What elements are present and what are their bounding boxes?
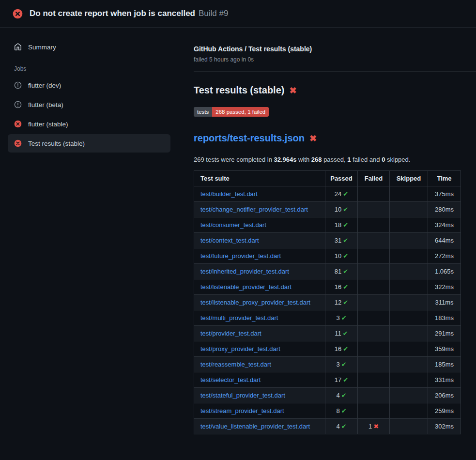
table-row: test/proxy_provider_test.dart16✔359ms [194, 341, 461, 357]
header-time: Time [428, 171, 461, 186]
test-suite-link[interactable]: test/listenable_provider_test.dart [200, 283, 292, 291]
passed-cell-value: 12 [335, 299, 341, 306]
test-suite-link[interactable]: test/consumer_test.dart [200, 221, 266, 229]
suite-cell: test/context_test.dart [194, 233, 325, 248]
failed-cell [358, 264, 390, 279]
table-row: test/inherited_provider_test.dart81✔1.06… [194, 264, 461, 279]
check-icon: ✔ [343, 299, 348, 306]
failed-cell [358, 186, 390, 202]
suite-cell: test/consumer_test.dart [194, 217, 325, 233]
time-cell: 291ms [428, 326, 461, 341]
suite-cell: test/future_provider_test.dart [194, 248, 325, 264]
test-suite-link[interactable]: test/future_provider_test.dart [200, 252, 281, 260]
header-skipped: Skipped [390, 171, 428, 186]
suite-cell: test/reassemble_test.dart [194, 357, 325, 372]
sidebar-item-flutter-dev[interactable]: flutter (dev) [8, 76, 170, 94]
test-suite-link[interactable]: test/change_notifier_provider_test.dart [200, 206, 308, 213]
passed-cell-value: 4 [336, 392, 339, 399]
run-status-line: failed 5 hours ago in 0s [194, 56, 461, 63]
job-label: flutter (beta) [28, 101, 63, 108]
check-icon: ✔ [343, 330, 348, 337]
time-cell: 1.065s [428, 264, 461, 279]
time-cell: 183ms [428, 310, 461, 326]
passed-cell: 4✔ [325, 419, 358, 434]
test-suite-link[interactable]: test/stateful_provider_test.dart [200, 392, 285, 399]
check-icon: ✔ [343, 206, 348, 213]
table-row: test/reassemble_test.dart3✔185ms [194, 357, 461, 372]
test-suite-link[interactable]: test/stream_provider_test.dart [200, 407, 284, 414]
check-icon: ✔ [343, 221, 348, 229]
test-results-table: Test suite Passed Failed Skipped Time te… [194, 170, 461, 434]
skipped-cell [390, 217, 428, 233]
passed-cell: 3✔ [325, 310, 358, 326]
failed-cell [358, 295, 390, 310]
test-suite-link[interactable]: test/provider_test.dart [200, 330, 261, 337]
passed-cell-value: 31 [335, 237, 341, 244]
failed-cell [358, 310, 390, 326]
sidebar-item-summary[interactable]: Summary [8, 38, 170, 56]
header-test-suite: Test suite [194, 171, 325, 186]
table-row: test/listenable_proxy_provider_test.dart… [194, 295, 461, 310]
sidebar-summary-label: Summary [28, 44, 56, 51]
time-cell: 375ms [428, 186, 461, 202]
test-suite-link[interactable]: test/builder_test.dart [200, 190, 258, 198]
test-suite-link[interactable]: test/context_test.dart [200, 237, 259, 244]
skipped-cell [390, 372, 428, 388]
test-suite-link[interactable]: test/listenable_proxy_provider_test.dart [200, 299, 310, 306]
time-cell: 324ms [428, 217, 461, 233]
table-row: test/builder_test.dart24✔375ms [194, 186, 461, 202]
skipped-cell [390, 403, 428, 419]
report-file-link[interactable]: reports/test-results.json [194, 133, 305, 144]
passed-cell-value: 10 [335, 206, 341, 213]
passed-cell-value: 3 [336, 361, 339, 368]
passed-cell: 4✔ [325, 388, 358, 403]
skipped-cell [390, 388, 428, 403]
test-suite-link[interactable]: test/multi_provider_test.dart [200, 314, 278, 322]
test-suite-link[interactable]: test/proxy_provider_test.dart [200, 345, 280, 353]
suite-cell: test/selector_test.dart [194, 372, 325, 388]
passed-cell-value: 4 [336, 423, 339, 430]
sidebar-item-flutter-beta[interactable]: flutter (beta) [8, 95, 170, 114]
check-icon: ✔ [341, 314, 347, 322]
sidebar-item-test-results-stable[interactable]: Test results (stable) [8, 134, 170, 153]
failed-cell [358, 372, 390, 388]
summary-line: 269 tests were completed in 32.964s with… [194, 156, 461, 163]
test-suite-link[interactable]: test/inherited_provider_test.dart [200, 268, 289, 275]
test-suite-link[interactable]: test/reassemble_test.dart [200, 361, 271, 368]
time-cell: 331ms [428, 372, 461, 388]
suite-cell: test/stateful_provider_test.dart [194, 388, 325, 403]
suite-cell: test/inherited_provider_test.dart [194, 264, 325, 279]
check-icon: ✔ [343, 376, 348, 383]
skipped-cell [390, 186, 428, 202]
build-header: Do not create report when job is cancell… [0, 0, 476, 28]
check-icon: ✔ [343, 283, 348, 291]
table-row: test/provider_test.dart11✔291ms [194, 326, 461, 341]
skipped-cell [390, 357, 428, 372]
table-row: test/selector_test.dart17✔331ms [194, 372, 461, 388]
failed-cell [358, 357, 390, 372]
build-title: Do not create report when job is cancell… [30, 9, 195, 18]
sidebar-item-flutter-stable[interactable]: flutter (stable) [8, 115, 170, 133]
home-icon [14, 43, 22, 51]
failed-cell [358, 403, 390, 419]
passed-cell-value: 16 [335, 345, 341, 353]
report-title: reports/test-results.json ✖ [194, 133, 461, 144]
test-suite-link[interactable]: test/selector_test.dart [200, 376, 261, 383]
passed-cell: 18✔ [325, 217, 358, 233]
suite-cell: test/stream_provider_test.dart [194, 403, 325, 419]
time-cell: 644ms [428, 233, 461, 248]
table-row: test/future_provider_test.dart10✔272ms [194, 248, 461, 264]
skipped-cell [390, 341, 428, 357]
badge-value: 268 passed, 1 failed [212, 107, 269, 117]
passed-cell-value: 8 [336, 407, 339, 414]
failed-cell-value: 1 [369, 423, 372, 430]
test-suite-link[interactable]: test/value_listenable_provider_test.dart [200, 423, 310, 430]
table-row: test/consumer_test.dart18✔324ms [194, 217, 461, 233]
time-cell: 185ms [428, 357, 461, 372]
time-cell: 280ms [428, 202, 461, 217]
passed-cell: 8✔ [325, 403, 358, 419]
job-label: flutter (stable) [28, 121, 68, 128]
failed-cell: 1✖ [358, 419, 390, 434]
passed-cell-value: 10 [335, 252, 341, 260]
skipped-cell [390, 264, 428, 279]
